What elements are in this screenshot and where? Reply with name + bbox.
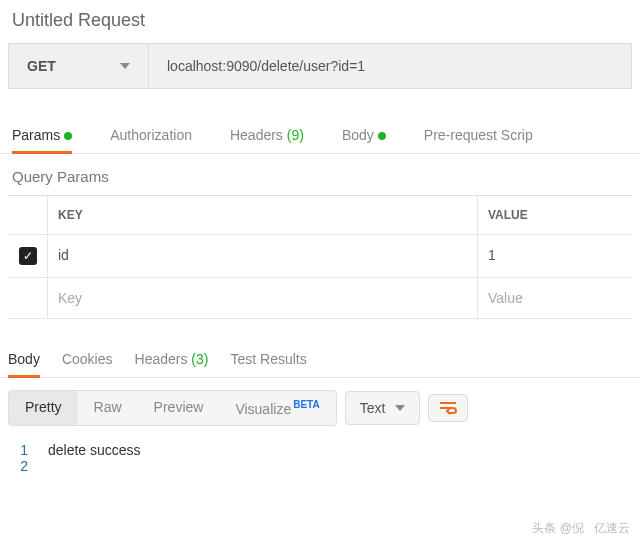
key-header: KEY (48, 196, 478, 234)
watermark: 头条 @倪 亿速云 (532, 520, 630, 537)
tab-headers-label: Headers (230, 127, 283, 143)
headers-count: (9) (287, 127, 304, 143)
query-params-table: KEY VALUE ✓ id 1 Key Value (8, 195, 632, 319)
code-line: 2 (8, 458, 632, 474)
response-body: 1 delete success 2 (0, 438, 640, 482)
resp-tab-body[interactable]: Body (8, 341, 40, 377)
view-raw-button[interactable]: Raw (78, 391, 138, 425)
code-line: 1 delete success (8, 442, 632, 458)
table-header: KEY VALUE (8, 196, 632, 235)
tab-body[interactable]: Body (342, 117, 386, 153)
request-row: GET localhost:9090/delete/user?id=1 (8, 43, 632, 89)
tab-body-label: Body (342, 127, 374, 143)
check-header (8, 196, 48, 234)
checkbox-checked-icon: ✓ (19, 247, 37, 265)
status-dot-icon (378, 132, 386, 140)
url-input[interactable]: localhost:9090/delete/user?id=1 (149, 44, 631, 88)
tab-headers[interactable]: Headers (9) (230, 117, 304, 153)
line-number: 1 (8, 442, 48, 458)
tab-prerequest[interactable]: Pre-request Scrip (424, 117, 533, 153)
tab-authorization[interactable]: Authorization (110, 117, 192, 153)
query-params-title: Query Params (0, 154, 640, 195)
request-tabs: Params Authorization Headers (9) Body Pr… (0, 117, 640, 154)
table-row-empty: Key Value (8, 278, 632, 319)
status-dot-icon (64, 132, 72, 140)
watermark-b: 亿速云 (594, 520, 630, 537)
key-input[interactable]: id (48, 235, 478, 277)
resp-tab-headers[interactable]: Headers (3) (135, 341, 209, 377)
response-toolbar: Pretty Raw Preview VisualizeBETA Text (0, 378, 640, 438)
request-title: Untitled Request (0, 0, 640, 43)
view-preview-button[interactable]: Preview (138, 391, 220, 425)
value-input[interactable]: Value (478, 278, 632, 318)
resp-headers-count: (3) (191, 351, 208, 367)
wrap-icon (439, 401, 457, 415)
method-label: GET (27, 58, 56, 74)
row-checkbox-cell[interactable]: ✓ (8, 235, 48, 277)
chevron-down-icon (120, 63, 130, 69)
format-select[interactable]: Text (345, 391, 421, 425)
value-input[interactable]: 1 (478, 235, 632, 277)
tab-params-label: Params (12, 127, 60, 143)
line-number: 2 (8, 458, 48, 474)
line-content[interactable]: delete success (48, 442, 141, 458)
visualize-label: Visualize (235, 401, 291, 417)
view-mode-group: Pretty Raw Preview VisualizeBETA (8, 390, 337, 426)
beta-badge: BETA (293, 399, 319, 410)
key-input[interactable]: Key (48, 278, 478, 318)
resp-tab-cookies[interactable]: Cookies (62, 341, 113, 377)
row-checkbox-cell[interactable] (8, 278, 48, 318)
resp-tab-tests[interactable]: Test Results (230, 341, 306, 377)
chevron-down-icon (395, 405, 405, 411)
method-select[interactable]: GET (9, 44, 149, 88)
wrap-lines-button[interactable] (428, 394, 468, 422)
resp-headers-label: Headers (135, 351, 188, 367)
format-label: Text (360, 400, 386, 416)
table-row: ✓ id 1 (8, 235, 632, 278)
view-visualize-button[interactable]: VisualizeBETA (219, 391, 335, 425)
tab-params[interactable]: Params (12, 117, 72, 153)
view-pretty-button[interactable]: Pretty (9, 391, 78, 425)
value-header: VALUE (478, 196, 632, 234)
watermark-a: 头条 @倪 (532, 520, 584, 537)
response-tabs: Body Cookies Headers (3) Test Results (0, 341, 640, 378)
